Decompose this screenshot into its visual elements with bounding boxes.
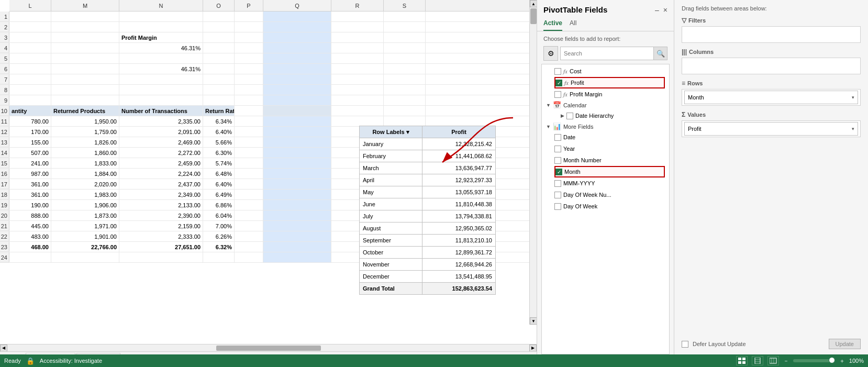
pivot-cell[interactable]: 12,328,215.42 (422, 138, 496, 150)
pivot-search-input[interactable] (560, 47, 654, 60)
page-break-button[interactable] (767, 356, 779, 365)
pivot-cell[interactable]: 12,923,297.33 (422, 174, 496, 186)
cell[interactable] (203, 12, 235, 21)
zoom-slider[interactable] (793, 359, 835, 362)
values-item-profit[interactable]: Profit ▾ (684, 122, 858, 136)
cell[interactable] (331, 32, 384, 42)
cell[interactable] (331, 12, 384, 21)
field-checkbox-month[interactable]: ✓ (555, 169, 562, 175)
zoom-plus[interactable]: ＋ (839, 357, 845, 365)
defer-checkbox[interactable] (682, 341, 688, 348)
horizontal-scrollbar[interactable]: ◀ ▶ (0, 344, 537, 351)
cell[interactable] (235, 53, 263, 63)
field-checkbox-year[interactable] (554, 146, 561, 152)
field-checkbox-profit[interactable]: ✓ (555, 80, 562, 86)
field-item-cost[interactable]: 𝑓𝑥 Cost (554, 65, 665, 77)
cell[interactable] (384, 53, 426, 63)
pivot-cell[interactable]: 13,055,937.18 (422, 186, 496, 198)
cell[interactable] (119, 53, 203, 63)
col-header-l[interactable]: L (9, 0, 51, 11)
cell[interactable] (203, 22, 235, 32)
vertical-scrollbar[interactable]: ▲ ▼ (529, 0, 537, 325)
cell-profit-margin-val1[interactable]: 46.31% (119, 43, 203, 53)
cell[interactable] (51, 53, 119, 63)
col-header-p[interactable]: P (235, 0, 263, 11)
cell[interactable] (263, 43, 331, 53)
pivot-cell[interactable]: September (360, 235, 422, 247)
pivot-minimize-button[interactable]: – (655, 6, 659, 14)
field-item-day-of-week[interactable]: Day Of Week (554, 201, 665, 212)
pivot-cell[interactable]: December (360, 271, 422, 283)
pivot-cell[interactable]: August (360, 223, 422, 235)
cell[interactable] (384, 22, 426, 32)
field-item-profit[interactable]: ✓ 𝑓𝑥 Profit (554, 77, 665, 88)
pivot-cell[interactable]: April (360, 174, 422, 186)
pivot-cell[interactable]: 12,899,361.72 (422, 247, 496, 259)
field-item-profit-margin[interactable]: 𝑓𝑥 Profit Margin (554, 88, 665, 100)
cell[interactable] (235, 22, 263, 32)
cell[interactable] (203, 64, 235, 74)
cell[interactable] (263, 12, 331, 21)
cell[interactable] (331, 64, 384, 74)
field-item-dow-number[interactable]: Day Of Week Nu... (554, 189, 665, 201)
pivot-cell[interactable]: March (360, 162, 422, 174)
field-group-more-fields[interactable]: ▼ 📊 More Fields (546, 121, 665, 131)
pivot-cell[interactable]: 11,810,448.38 (422, 198, 496, 210)
col-header-s[interactable]: S (384, 0, 426, 11)
field-checkbox-month-number[interactable] (554, 157, 561, 164)
col-header-o[interactable]: O (203, 0, 235, 11)
cell[interactable] (9, 22, 51, 32)
field-checkbox-date[interactable] (554, 134, 561, 141)
rows-item-dropdown[interactable]: ▾ (852, 95, 854, 100)
field-checkbox-day-of-week[interactable] (554, 203, 561, 210)
cell[interactable] (9, 64, 51, 74)
cell[interactable] (9, 12, 51, 21)
cell[interactable] (51, 32, 119, 42)
pivot-cell[interactable]: 13,636,947.77 (422, 162, 496, 174)
pivot-tab-active[interactable]: Active (543, 17, 562, 31)
col-header-m[interactable]: M (51, 0, 119, 11)
cell[interactable] (331, 43, 384, 53)
field-checkbox-profit-margin[interactable] (554, 91, 561, 98)
cell[interactable] (9, 43, 51, 53)
pivot-cell[interactable]: 11,813,210.10 (422, 235, 496, 247)
cell[interactable] (384, 64, 426, 74)
field-item-month-number[interactable]: Month Number (554, 154, 665, 166)
cell[interactable] (331, 53, 384, 63)
cell[interactable] (384, 32, 426, 42)
cell[interactable] (235, 32, 263, 42)
pivot-header-profit[interactable]: Profit (422, 126, 496, 138)
field-group-calendar[interactable]: ▼ 📅 Calendar (546, 100, 665, 110)
scroll-right-button[interactable]: ▶ (529, 344, 537, 352)
pivot-cell[interactable]: June (360, 198, 422, 210)
pivot-fields-list[interactable]: 𝑓𝑥 Cost ✓ 𝑓𝑥 Profit 𝑓𝑥 Profit Margin ▼ 📅… (541, 64, 670, 354)
pivot-cell[interactable]: 13,794,338.81 (422, 210, 496, 223)
cell[interactable] (263, 22, 331, 32)
scroll-left-button[interactable]: ◀ (0, 344, 7, 352)
cell[interactable] (384, 12, 426, 21)
col-return-rate[interactable]: Return Rate (203, 106, 235, 116)
col-header-r[interactable]: R (331, 0, 384, 11)
cell[interactable] (119, 22, 203, 32)
pivot-cell[interactable]: 11,441,068.62 (422, 150, 496, 162)
field-checkbox-cost[interactable] (554, 68, 561, 75)
pivot-cell[interactable]: May (360, 186, 422, 198)
zoom-minus[interactable]: － (783, 357, 789, 365)
cell[interactable] (9, 32, 51, 42)
pivot-grand-total-value[interactable]: 152,863,623.54 (422, 283, 496, 295)
cell[interactable] (51, 12, 119, 21)
pivot-close-button[interactable]: × (663, 6, 667, 14)
values-dropzone[interactable]: Profit ▾ (682, 120, 861, 137)
pivot-grand-total-label[interactable]: Grand Total (360, 283, 422, 295)
scroll-thumb[interactable] (530, 8, 537, 24)
pivot-cell[interactable]: 12,950,365.02 (422, 223, 496, 235)
cell[interactable] (203, 43, 235, 53)
cell[interactable] (51, 64, 119, 74)
normal-view-button[interactable] (736, 356, 748, 365)
cell[interactable] (51, 43, 119, 53)
field-item-mmm-yyyy[interactable]: MMM-YYYY (554, 177, 665, 189)
pivot-tab-all[interactable]: All (570, 17, 576, 31)
cell[interactable] (263, 32, 331, 42)
cell[interactable] (235, 12, 263, 21)
rows-dropzone[interactable]: Month ▾ (682, 89, 861, 106)
